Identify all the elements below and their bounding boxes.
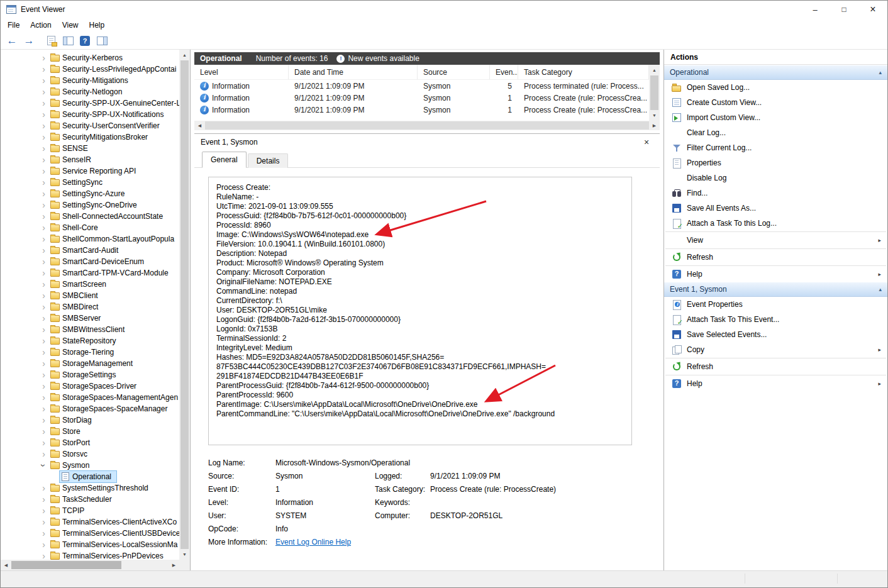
column-header-date[interactable]: Date and Time: [289, 65, 418, 79]
tree-item-settingsync[interactable]: SettingSync: [1, 177, 179, 188]
tree-item-storport[interactable]: StorPort: [1, 437, 179, 448]
expand-toggle-icon[interactable]: [38, 540, 49, 549]
close-button[interactable]: ×: [858, 1, 887, 18]
tree-item-staterepository[interactable]: StateRepository: [1, 335, 179, 347]
action-attach-task-to-this-event-[interactable]: Attach Task To This Event...: [664, 312, 887, 327]
expand-toggle-icon[interactable]: [38, 552, 49, 560]
tree-item-tcpip[interactable]: TCPIP: [1, 505, 179, 516]
expand-toggle-icon[interactable]: [38, 53, 49, 62]
expand-toggle-icon[interactable]: [38, 235, 49, 243]
expand-toggle-icon[interactable]: [38, 144, 49, 153]
action-attach-a-task-to-this-log-[interactable]: Attach a Task To this Log...: [664, 216, 887, 231]
action-find-[interactable]: Find...: [664, 186, 887, 201]
tree-item-smbwitnessclient[interactable]: SMBWitnessClient: [1, 324, 179, 335]
tree-item-storagesettings[interactable]: StorageSettings: [1, 369, 179, 380]
tree-item-smartcard-tpm-vcard-module[interactable]: SmartCard-TPM-VCard-Module: [1, 267, 179, 279]
expand-toggle-icon[interactable]: [38, 484, 49, 492]
expand-toggle-icon[interactable]: [38, 121, 49, 130]
expand-toggle-icon[interactable]: [38, 223, 49, 232]
expand-toggle-icon[interactable]: [38, 461, 49, 470]
expand-toggle-icon[interactable]: [38, 99, 49, 108]
tree-item-storagespaces-driver[interactable]: StorageSpaces-Driver: [1, 380, 179, 392]
expand-toggle-icon[interactable]: [38, 382, 49, 391]
action-help[interactable]: Help▸: [664, 376, 887, 391]
tree-item-settingsync-azure[interactable]: SettingSync-Azure: [1, 188, 179, 199]
scroll-up-icon[interactable]: [650, 65, 659, 75]
tree-item-shell-connectedaccountstate[interactable]: Shell-ConnectedAccountState: [1, 211, 179, 222]
tree-item-terminalservices-localsessionma[interactable]: TerminalServices-LocalSessionMa: [1, 539, 179, 550]
action-event-properties[interactable]: Event Properties: [664, 297, 887, 312]
tree-item-systemsettingsthreshold[interactable]: SystemSettingsThreshold: [1, 482, 179, 494]
tree-item-store[interactable]: Store: [1, 426, 179, 437]
action-copy[interactable]: Copy▸: [664, 342, 887, 357]
expand-toggle-icon[interactable]: [38, 359, 49, 368]
menu-view[interactable]: View: [62, 21, 79, 30]
minimize-button[interactable]: –: [801, 1, 830, 18]
tree-item-smartscreen[interactable]: SmartScreen: [1, 279, 179, 290]
action-disable-log[interactable]: Disable Log: [664, 170, 887, 186]
event-description[interactable]: Process Create: RuleName: - UtcTime: 202…: [208, 177, 632, 445]
tree-item-smbserver[interactable]: SMBServer: [1, 313, 179, 324]
expand-toggle-icon[interactable]: [38, 529, 49, 538]
tree-item-senseir[interactable]: SenseIR: [1, 154, 179, 165]
scrollbar-thumb[interactable]: [11, 561, 121, 569]
scroll-up-icon[interactable]: [180, 50, 189, 60]
action-clear-log-[interactable]: Clear Log...: [664, 125, 887, 140]
toolbar-back-button[interactable]: ←: [4, 33, 20, 48]
event-list-hscrollbar[interactable]: [194, 121, 660, 130]
tree-item-securitymitigationsbroker[interactable]: SecurityMitigationsBroker: [1, 131, 179, 143]
action-refresh[interactable]: Refresh: [664, 250, 887, 265]
action-save-all-events-as-[interactable]: Save All Events As...: [664, 201, 887, 216]
scroll-right-icon[interactable]: [650, 121, 659, 130]
online-help-link[interactable]: Event Log Online Help: [275, 536, 632, 549]
tree-item-smartcard-deviceenum[interactable]: SmartCard-DeviceEnum: [1, 256, 179, 267]
tree-item-storage-tiering[interactable]: Storage-Tiering: [1, 347, 179, 358]
menu-action[interactable]: Action: [30, 21, 51, 30]
event-row[interactable]: Information9/1/2021 1:09:09 PMSysmon1Pro…: [194, 92, 649, 104]
expand-toggle-icon[interactable]: [38, 518, 49, 526]
expand-toggle-icon[interactable]: [38, 325, 49, 334]
action-import-custom-view-[interactable]: Import Custom View...: [664, 110, 887, 125]
tree-item-security-userconsentverifier[interactable]: Security-UserConsentVerifier: [1, 120, 179, 131]
tree-item-stordiag[interactable]: StorDiag: [1, 414, 179, 426]
toolbar-help-button[interactable]: ?: [77, 33, 93, 48]
expand-toggle-icon[interactable]: [38, 416, 49, 424]
column-header-eid[interactable]: Even...: [490, 65, 518, 79]
expand-toggle-icon[interactable]: [38, 393, 49, 402]
expand-toggle-icon[interactable]: [38, 189, 49, 198]
tree-item-security-kerberos[interactable]: Security-Kerberos: [1, 52, 179, 64]
expand-toggle-icon[interactable]: [38, 370, 49, 379]
expand-toggle-icon[interactable]: [38, 65, 49, 74]
tree-item-security-lessprivilegedappcontai[interactable]: Security-LessPrivilegedAppContai: [1, 64, 179, 75]
expand-toggle-icon[interactable]: [38, 201, 49, 209]
tree-item-settingsync-onedrive[interactable]: SettingSync-OneDrive: [1, 199, 179, 211]
expand-toggle-icon[interactable]: [38, 269, 49, 277]
scroll-right-icon[interactable]: [169, 560, 179, 570]
action-help[interactable]: Help▸: [664, 267, 887, 282]
tree-item-shell-core[interactable]: Shell-Core: [1, 222, 179, 233]
action-create-custom-view-[interactable]: Create Custom View...: [664, 95, 887, 110]
actions-section-header-2[interactable]: Event 1, Sysmon▴: [664, 282, 887, 297]
tree-item-sense[interactable]: SENSE: [1, 143, 179, 154]
tree-item-storsvc[interactable]: Storsvc: [1, 448, 179, 460]
action-refresh[interactable]: Refresh: [664, 359, 887, 374]
expand-toggle-icon[interactable]: [38, 110, 49, 119]
tab-details[interactable]: Details: [248, 153, 289, 168]
toolbar-export-log-button[interactable]: [43, 33, 59, 48]
expand-toggle-icon[interactable]: [38, 314, 49, 323]
close-detail-icon[interactable]: ×: [640, 137, 653, 147]
expand-toggle-icon[interactable]: [38, 246, 49, 255]
scrollbar-thumb[interactable]: [205, 121, 649, 130]
scrollbar-thumb[interactable]: [180, 60, 189, 549]
tree-item-storagespaces-managementagen[interactable]: StorageSpaces-ManagementAgen: [1, 392, 179, 403]
tree-item-smbclient[interactable]: SMBClient: [1, 290, 179, 301]
tree-item-smbdirect[interactable]: SMBDirect: [1, 301, 179, 313]
scroll-left-icon[interactable]: [195, 121, 204, 130]
expand-toggle-icon[interactable]: [38, 302, 49, 311]
scrollbar-thumb[interactable]: [650, 75, 658, 110]
action-save-selected-events-[interactable]: Save Selected Events...: [664, 327, 887, 342]
tree-item-terminalservices-clientactivexco[interactable]: TerminalServices-ClientActiveXCo: [1, 516, 179, 528]
tree-horizontal-scrollbar[interactable]: [1, 560, 179, 570]
expand-toggle-icon[interactable]: [38, 336, 49, 345]
expand-toggle-icon[interactable]: [38, 495, 49, 504]
